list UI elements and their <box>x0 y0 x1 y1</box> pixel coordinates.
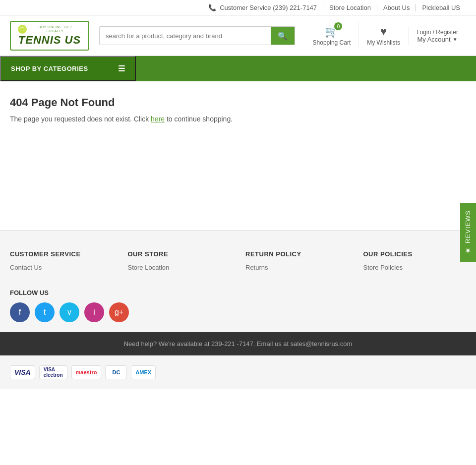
wishlist-label: My Wishlists <box>367 39 400 46</box>
store-location-link[interactable]: Store Location <box>323 4 377 11</box>
logo[interactable]: BUY ONLINE. GET LOCALLY. TENNIS US <box>10 21 89 51</box>
logo-container: BUY ONLINE. GET LOCALLY. TENNIS US <box>10 21 89 51</box>
reviews-tab[interactable]: ★ REVIEWS <box>460 203 476 262</box>
cart-action[interactable]: 🛒 0 Shopping Cart <box>305 22 359 49</box>
footer-col-title: OUR POLICIES <box>363 250 467 258</box>
reviews-star-icon: ★ <box>464 246 472 255</box>
top-bar: 📞 Customer Service (239) 221-7147 Store … <box>0 0 476 16</box>
footer-col-our-store: OUR STORE Store Location <box>128 250 231 274</box>
continue-shopping-link[interactable]: here <box>151 115 165 123</box>
logo-tagline: BUY ONLINE. GET LOCALLY. <box>30 25 81 34</box>
header-actions: 🛒 0 Shopping Cart ♥ My Wishlists Login /… <box>305 22 466 49</box>
cart-label: Shopping Cart <box>313 39 351 46</box>
account-label: My Account ▼ <box>417 36 457 43</box>
follow-section: FOLLOW US f t v i g+ <box>10 289 466 322</box>
footer-col-title: RETURN POLICY <box>245 250 349 258</box>
maestro-card-icon: maestro <box>71 365 102 379</box>
footer-link-store-policies[interactable]: Store Policies <box>363 264 467 271</box>
account-login-label: Login / Register <box>416 29 458 36</box>
shop-categories-button[interactable]: SHOP BY CATEGORIES ☰ <box>0 56 136 81</box>
page-description: The page you requested does not exist. C… <box>10 115 466 123</box>
page-title: 404 Page Not Found <box>10 96 466 109</box>
facebook-icon[interactable]: f <box>10 302 30 322</box>
footer-col-title: CUSTOMER SERVICE <box>10 250 113 258</box>
bottom-bar: Need help? We're available at 239-221 -7… <box>0 332 476 355</box>
footer-col-our-policies: OUR POLICIES Store Policies <box>363 250 467 274</box>
footer-col-title: OUR STORE <box>128 250 231 258</box>
diners-club-card-icon: DC <box>105 365 127 379</box>
header: BUY ONLINE. GET LOCALLY. TENNIS US 🔍 🛒 0… <box>0 16 476 56</box>
search-container: 🔍 <box>99 26 295 45</box>
footer-col-return-policy: RETURN POLICY Returns <box>245 250 349 274</box>
search-button[interactable]: 🔍 <box>271 26 295 45</box>
logo-ball <box>18 25 27 34</box>
footer-grid: CUSTOMER SERVICE Contact Us OUR STORE St… <box>10 250 466 274</box>
footer-link-returns[interactable]: Returns <box>245 264 349 271</box>
visa-card-icon: VISA <box>10 365 35 379</box>
social-icons: f t v i g+ <box>10 302 466 322</box>
main-content: 404 Page Not Found The page you requeste… <box>0 81 476 230</box>
cart-icon: 🛒 0 <box>325 25 338 38</box>
bottom-bar-text: Need help? We're available at 239-221 -7… <box>124 340 353 348</box>
about-us-link[interactable]: About Us <box>377 4 416 11</box>
pickleball-link[interactable]: Pickleball US <box>416 4 466 11</box>
reviews-label: REVIEWS <box>465 210 472 243</box>
footer-link-contact-us[interactable]: Contact Us <box>10 264 113 271</box>
cart-badge: 0 <box>334 22 342 30</box>
search-icon: 🔍 <box>278 31 288 41</box>
hamburger-icon: ☰ <box>118 64 125 73</box>
amex-card-icon: AMEX <box>131 365 156 379</box>
footer-col-customer-service: CUSTOMER SERVICE Contact Us <box>10 250 113 274</box>
footer: CUSTOMER SERVICE Contact Us OUR STORE St… <box>0 230 476 332</box>
account-action[interactable]: Login / Register My Account ▼ <box>408 27 466 45</box>
wishlist-action[interactable]: ♥ My Wishlists <box>358 22 408 49</box>
heart-icon: ♥ <box>380 25 387 38</box>
visa-electron-card-icon: VISAelectron <box>39 365 67 379</box>
category-bar: SHOP BY CATEGORIES ☰ <box>0 56 476 81</box>
search-input[interactable] <box>100 28 271 44</box>
follow-title: FOLLOW US <box>10 289 466 296</box>
logo-top: BUY ONLINE. GET LOCALLY. <box>18 25 81 34</box>
vimeo-icon[interactable]: v <box>60 302 79 322</box>
customer-service-link[interactable]: 📞 Customer Service (239) 221-7147 <box>202 4 323 11</box>
payment-bar: VISA VISAelectron maestro DC AMEX <box>0 355 476 389</box>
google-plus-icon[interactable]: g+ <box>109 302 129 322</box>
logo-name: TENNIS US <box>18 34 81 47</box>
instagram-icon[interactable]: i <box>84 302 104 322</box>
chevron-down-icon: ▼ <box>453 37 458 42</box>
twitter-icon[interactable]: t <box>35 302 55 322</box>
footer-link-store-location[interactable]: Store Location <box>128 264 231 271</box>
phone-icon: 📞 <box>208 4 216 11</box>
